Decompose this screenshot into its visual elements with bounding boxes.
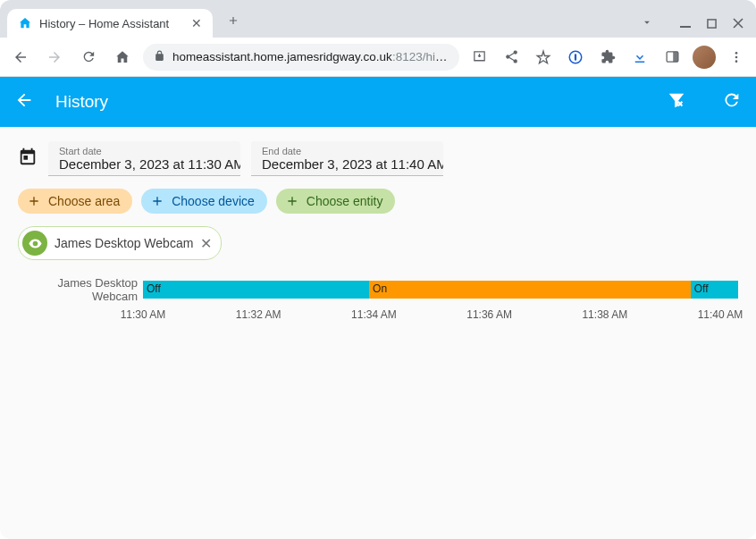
extension-1password-icon[interactable] bbox=[563, 45, 588, 70]
time-tick: 11:38 AM bbox=[582, 308, 627, 321]
filter-chip-label: James Desktop Webcam bbox=[55, 236, 193, 250]
minimize-icon[interactable] bbox=[680, 16, 691, 32]
chip-label: Choose area bbox=[48, 194, 120, 208]
svg-point-6 bbox=[735, 52, 738, 55]
timeline-entity-label: James Desktop Webcam bbox=[18, 276, 138, 303]
window-controls bbox=[641, 16, 756, 38]
start-date-field[interactable]: Start date December 3, 2023 at 11:30 AM bbox=[48, 141, 240, 176]
chip-label: Choose device bbox=[172, 194, 255, 208]
tab-title: History – Home Assistant bbox=[39, 17, 184, 30]
maximize-icon[interactable] bbox=[707, 16, 717, 32]
content: Start date December 3, 2023 at 11:30 AM … bbox=[0, 127, 756, 337]
time-tick: 11:34 AM bbox=[351, 308, 397, 321]
time-axis: 11:30 AM11:32 AM11:34 AM11:36 AM11:38 AM… bbox=[143, 308, 738, 323]
back-button[interactable] bbox=[7, 44, 34, 71]
end-date-value: December 3, 2023 at 11:40 AM bbox=[262, 156, 433, 172]
svg-point-7 bbox=[735, 55, 738, 58]
tab-strip: History – Home Assistant ✕ bbox=[0, 0, 756, 38]
time-tick: 11:32 AM bbox=[236, 308, 281, 321]
kebab-icon[interactable] bbox=[724, 45, 749, 70]
chip-label: Choose entity bbox=[307, 194, 383, 208]
downloads-icon[interactable] bbox=[627, 45, 652, 70]
url-host: homeassistant.home.jamesridgway.co.uk:81… bbox=[172, 50, 449, 63]
reload-button[interactable] bbox=[75, 44, 102, 71]
timeline-bar[interactable]: OffOnOff bbox=[143, 281, 738, 299]
plus-icon bbox=[27, 194, 41, 208]
selector-chips: Choose area Choose device Choose entity bbox=[18, 189, 738, 214]
extensions-icon[interactable] bbox=[595, 45, 620, 70]
choose-entity-chip[interactable]: Choose entity bbox=[276, 189, 396, 214]
choose-device-chip[interactable]: Choose device bbox=[141, 189, 267, 214]
time-tick: 11:36 AM bbox=[466, 308, 512, 321]
lock-icon bbox=[154, 50, 165, 64]
start-date-value: December 3, 2023 at 11:30 AM bbox=[59, 156, 230, 172]
end-date-label: End date bbox=[262, 146, 433, 156]
plus-icon bbox=[285, 194, 299, 208]
new-tab-button[interactable] bbox=[222, 9, 245, 32]
calendar-icon bbox=[18, 147, 38, 170]
omnibox[interactable]: homeassistant.home.jamesridgway.co.uk:81… bbox=[143, 44, 459, 71]
timeline-row: James Desktop Webcam OffOnOff bbox=[18, 276, 738, 303]
filter-clear-icon[interactable] bbox=[667, 90, 686, 114]
end-date-field[interactable]: End date December 3, 2023 at 11:40 AM bbox=[251, 141, 443, 176]
svg-rect-0 bbox=[680, 26, 691, 28]
entity-filter-chip[interactable]: James Desktop Webcam ✕ bbox=[18, 226, 222, 260]
timeline-segment[interactable]: Off bbox=[691, 281, 738, 299]
address-bar: homeassistant.home.jamesridgway.co.uk:81… bbox=[0, 38, 756, 77]
timeline-segment[interactable]: On bbox=[369, 281, 691, 299]
header-refresh-icon[interactable] bbox=[722, 90, 742, 114]
ha-favicon-icon bbox=[18, 16, 32, 30]
browser-tab[interactable]: History – Home Assistant ✕ bbox=[7, 9, 213, 38]
home-button[interactable] bbox=[109, 44, 136, 71]
page-title: History bbox=[55, 92, 631, 112]
share-icon[interactable] bbox=[499, 45, 524, 70]
bookmark-icon[interactable] bbox=[531, 45, 556, 70]
profile-avatar[interactable] bbox=[692, 45, 717, 70]
close-tab-icon[interactable]: ✕ bbox=[191, 16, 202, 30]
tabs-dropdown-icon[interactable] bbox=[641, 16, 653, 32]
app-header: History bbox=[0, 77, 756, 127]
plus-icon bbox=[150, 194, 164, 208]
svg-rect-5 bbox=[673, 52, 678, 62]
time-tick: 11:30 AM bbox=[121, 308, 166, 321]
remove-filter-icon[interactable]: ✕ bbox=[200, 235, 212, 252]
start-date-label: Start date bbox=[59, 146, 230, 156]
svg-rect-3 bbox=[575, 54, 576, 61]
install-app-icon[interactable] bbox=[466, 45, 491, 70]
forward-button bbox=[41, 44, 68, 71]
sidepanel-icon[interactable] bbox=[659, 45, 685, 70]
date-range: Start date December 3, 2023 at 11:30 AM … bbox=[18, 141, 738, 176]
svg-point-8 bbox=[735, 60, 738, 63]
app-viewport: History Start date December 3, 2023 at 1… bbox=[0, 77, 756, 539]
svg-rect-1 bbox=[708, 20, 716, 28]
time-tick: 11:40 AM bbox=[698, 308, 743, 321]
timeline-segment[interactable]: Off bbox=[143, 281, 369, 299]
eye-icon bbox=[22, 231, 47, 256]
choose-area-chip[interactable]: Choose area bbox=[18, 189, 132, 214]
header-back-icon[interactable] bbox=[14, 90, 34, 114]
close-window-icon[interactable] bbox=[733, 16, 743, 32]
browser-chrome: History – Home Assistant ✕ bbox=[0, 0, 756, 77]
